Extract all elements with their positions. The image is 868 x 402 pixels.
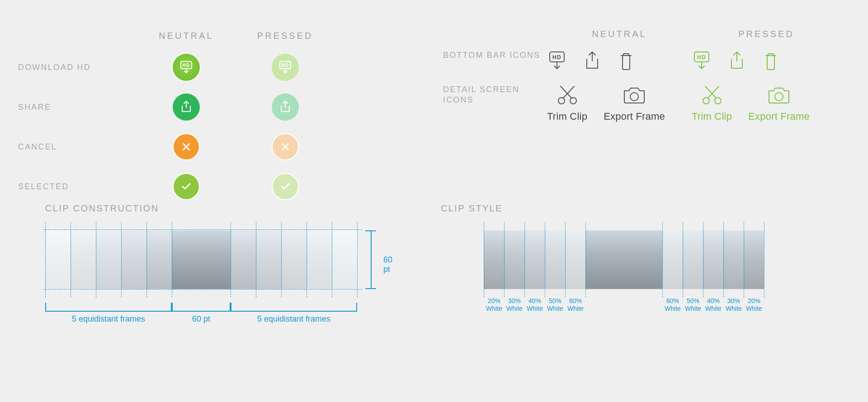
left-frames-label: 5 equidistant frames bbox=[45, 314, 172, 324]
trim-clip-label-pressed: Trim Clip bbox=[692, 111, 732, 122]
col-header-pressed: PRESSED bbox=[236, 31, 335, 41]
share-button-pressed[interactable] bbox=[272, 93, 299, 121]
export-frame-label: Export Frame bbox=[604, 111, 665, 122]
svg-text:HD: HD bbox=[552, 54, 561, 61]
row-bottom-bar: BOTTOM BAR ICONS bbox=[443, 50, 547, 74]
share-outline-icon[interactable] bbox=[583, 50, 601, 74]
row-detail-screen: DETAIL SCREEN ICONS bbox=[443, 84, 547, 122]
svg-point-13 bbox=[775, 93, 783, 101]
row-selected: SELECTED bbox=[18, 173, 137, 200]
download-hd-button-pressed[interactable]: HD bbox=[272, 54, 299, 81]
outline-icons-grid: NEUTRAL PRESSED BOTTOM BAR ICONS HD bbox=[443, 18, 841, 133]
camera-icon[interactable] bbox=[622, 84, 647, 107]
download-hd-button-neutral[interactable]: HD bbox=[173, 54, 200, 81]
height-dim-label: 60 pt bbox=[383, 255, 392, 274]
svg-point-8 bbox=[558, 98, 565, 104]
button-states-grid: NEUTRAL PRESSED DOWNLOAD HD HD HD bbox=[18, 18, 335, 213]
selected-button-pressed[interactable] bbox=[272, 173, 299, 200]
row-cancel: CANCEL bbox=[18, 133, 137, 160]
close-icon bbox=[279, 141, 291, 153]
close-icon bbox=[180, 141, 192, 153]
clip-construction-title: CLIP CONSTRUCTION bbox=[45, 203, 159, 214]
share-outline-icon-pressed[interactable] bbox=[728, 50, 746, 74]
overlay-label: 60% White bbox=[563, 297, 588, 313]
share-icon bbox=[278, 100, 292, 114]
svg-point-11 bbox=[703, 98, 709, 104]
check-icon bbox=[179, 180, 193, 193]
row-share: SHARE bbox=[18, 93, 137, 121]
hd-download-outline-icon-pressed[interactable]: HD bbox=[692, 50, 712, 74]
share-button-neutral[interactable] bbox=[173, 93, 200, 121]
center-width-label: 60 pt bbox=[172, 314, 231, 324]
col-header-neutral-2: NEUTRAL bbox=[547, 29, 692, 39]
svg-point-9 bbox=[570, 98, 576, 104]
col-header-pressed-2: PRESSED bbox=[692, 29, 841, 39]
col-header-neutral: NEUTRAL bbox=[137, 31, 236, 41]
hd-download-icon: HD bbox=[278, 60, 293, 75]
selected-button-neutral[interactable] bbox=[173, 173, 200, 200]
overlay-label: 20% White bbox=[741, 297, 767, 313]
share-icon bbox=[179, 100, 193, 114]
cancel-button-pressed[interactable] bbox=[272, 133, 299, 160]
svg-text:HD: HD bbox=[182, 63, 190, 68]
clip-style-diagram: 20% White 30% White 40% White 50% White … bbox=[484, 230, 764, 289]
cancel-button-neutral[interactable] bbox=[173, 133, 200, 160]
trim-clip-label: Trim Clip bbox=[547, 111, 587, 122]
hd-download-icon: HD bbox=[179, 60, 194, 75]
scissors-icon[interactable] bbox=[556, 84, 579, 107]
right-frames-label: 5 equidistant frames bbox=[231, 314, 357, 324]
clip-style-title: CLIP STYLE bbox=[441, 203, 503, 214]
export-frame-label-pressed: Export Frame bbox=[748, 111, 810, 122]
svg-point-12 bbox=[715, 98, 721, 104]
trash-outline-icon-pressed[interactable] bbox=[762, 50, 779, 74]
svg-point-10 bbox=[630, 93, 638, 101]
check-icon bbox=[278, 180, 292, 193]
clip-construction-diagram: 60 pt 5 equidistant frames 60 pt 5 equid… bbox=[45, 230, 389, 289]
svg-text:HD: HD bbox=[281, 63, 289, 68]
hd-download-outline-icon[interactable]: HD bbox=[547, 50, 567, 74]
svg-text:HD: HD bbox=[697, 54, 706, 61]
scissors-icon-pressed[interactable] bbox=[701, 84, 723, 107]
row-download-hd: DOWNLOAD HD bbox=[18, 54, 137, 81]
trash-outline-icon[interactable] bbox=[618, 50, 635, 74]
camera-icon-pressed[interactable] bbox=[766, 84, 792, 107]
